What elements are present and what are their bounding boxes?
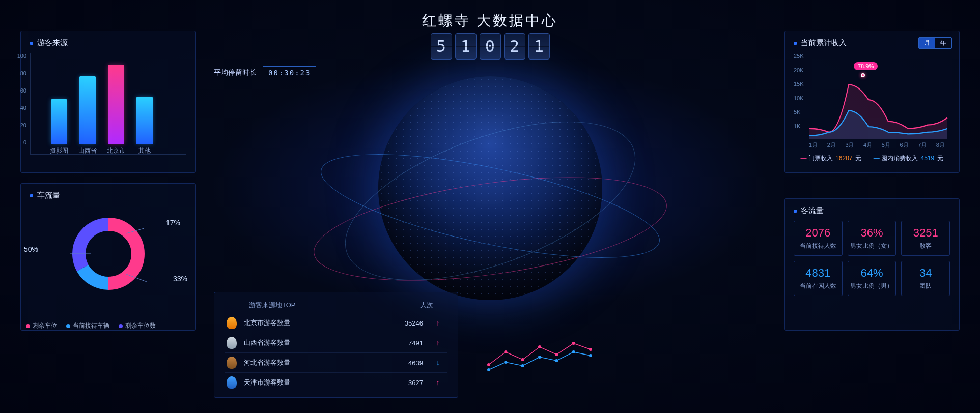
- unit: 元: [855, 155, 861, 162]
- table-row: 天津市游客数量3627↑: [225, 372, 447, 392]
- panel-title: 客流量: [794, 206, 950, 216]
- panel-traffic: 车流量 50% 17% 33% 剩余车位 当前接待车辆 剩余车位数: [20, 183, 196, 331]
- toggle-year[interactable]: 年: [935, 38, 951, 48]
- visitor-tile-4: 64%男女比例（男）: [848, 261, 897, 296]
- donut-pct-33: 33%: [173, 275, 187, 283]
- peak-dot-icon: [861, 73, 865, 77]
- bar-3: 其他: [136, 97, 153, 144]
- top-origin-table: 游客来源地TOP 人次 北京市游客数量35246↑山西省游客数量7491↑河北省…: [214, 292, 458, 398]
- page-title: 红螺寺 大数据中心: [422, 11, 558, 31]
- income-period-toggle[interactable]: 月 年: [918, 37, 952, 49]
- avg-stay: 平均停留时长 00:30:23: [214, 66, 316, 79]
- trend-down-icon: ↓: [430, 359, 445, 367]
- panel-income: 当前累计收入 月 年 25K20K15K10K5K1K 78.9% 1月2月3月…: [784, 31, 960, 173]
- svg-point-3: [487, 363, 490, 366]
- svg-point-7: [555, 353, 558, 356]
- donut-pct-17: 17%: [166, 219, 180, 227]
- visitor-tile-1: 36%男女比例（女）: [848, 221, 897, 256]
- medal-icon: [227, 357, 237, 369]
- panel-visitor-flow: 客流量 2076当前接待人数36%男女比例（女）3251散客4831当前在园人数…: [784, 198, 960, 331]
- panel-title: 游客来源: [30, 38, 186, 48]
- medal-icon: [227, 337, 237, 349]
- visitor-tile-0: 2076当前接待人数: [794, 221, 843, 256]
- legend-remaining-count: 剩余车位数: [119, 321, 156, 330]
- svg-point-6: [538, 345, 541, 348]
- svg-point-13: [538, 356, 541, 359]
- svg-point-16: [589, 354, 592, 357]
- svg-point-5: [521, 358, 524, 361]
- legend-inpark-val: 4519: [921, 155, 935, 162]
- bar-2: 北京市: [108, 65, 124, 144]
- svg-point-15: [572, 350, 575, 353]
- trend-up-icon: ↑: [430, 378, 445, 387]
- svg-point-14: [555, 359, 558, 362]
- trend-up-icon: ↑: [430, 319, 445, 327]
- table-row: 河北省游客数量4639↓: [225, 352, 447, 372]
- income-x-axis: 1月2月3月4月5月6月7月8月: [794, 139, 950, 149]
- th-count: 人次: [420, 301, 433, 310]
- svg-point-10: [487, 368, 490, 371]
- income-legend: — 门票收入 16207 元 — 园内消费收入 4519 元: [794, 154, 950, 163]
- medal-icon: [227, 317, 237, 329]
- visitor-tile-2: 3251散客: [901, 221, 950, 256]
- donut-legend: 剩余车位 当前接待车辆 剩余车位数: [26, 321, 190, 330]
- toggle-month[interactable]: 月: [919, 38, 935, 48]
- legend-ticket: 门票收入: [808, 155, 833, 162]
- income-line-chart: 25K20K15K10K5K1K 78.9%: [794, 53, 950, 139]
- th-origin: 游客来源地TOP: [249, 301, 296, 310]
- legend-remaining-spots: 剩余车位: [26, 321, 57, 330]
- peak-badge: 78.9%: [854, 62, 878, 70]
- traffic-donut-chart: 50% 17% 33%: [30, 205, 186, 302]
- trend-up-icon: ↑: [430, 339, 445, 347]
- legend-ticket-val: 16207: [835, 155, 852, 162]
- legend-inpark: 园内消费收入: [881, 155, 918, 162]
- svg-point-12: [521, 364, 524, 367]
- visitor-tiles: 2076当前接待人数36%男女比例（女）3251散客4831当前在园人数64%男…: [794, 221, 950, 296]
- bar-1: 山西省: [79, 76, 96, 144]
- svg-point-8: [572, 342, 575, 345]
- svg-point-9: [589, 348, 592, 351]
- bar-0: 摄影图: [51, 99, 67, 144]
- svg-point-4: [504, 350, 507, 353]
- table-row: 山西省游客数量7491↑: [225, 333, 447, 352]
- visitor-tile-5: 34团队: [901, 261, 950, 296]
- visitor-source-bar-chart: 100806040200摄影图山西省北京市其他: [30, 53, 186, 155]
- donut-pct-50: 50%: [24, 245, 38, 253]
- medal-icon: [227, 376, 237, 389]
- panel-title: 车流量: [30, 191, 186, 200]
- svg-point-11: [504, 361, 507, 364]
- mini-sparkline: [484, 334, 596, 385]
- avg-stay-value: 00:30:23: [263, 66, 316, 79]
- visitor-tile-3: 4831当前在园人数: [794, 261, 843, 296]
- avg-stay-label: 平均停留时长: [214, 68, 257, 77]
- legend-current-vehicles: 当前接待车辆: [66, 321, 109, 330]
- unit: 元: [937, 155, 943, 162]
- table-row: 北京市游客数量35246↑: [225, 313, 447, 333]
- panel-visitor-source: 游客来源 100806040200摄影图山西省北京市其他: [20, 31, 196, 173]
